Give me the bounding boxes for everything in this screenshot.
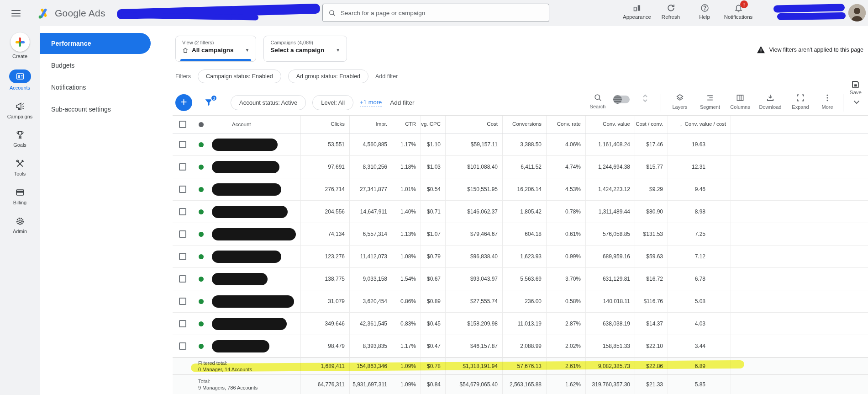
account-cell[interactable] <box>209 246 300 267</box>
account-cell[interactable] <box>209 313 300 335</box>
account-cell[interactable] <box>209 335 300 357</box>
cell-conv-rate: 4.53% <box>546 178 585 200</box>
col-ctr[interactable]: CTR <box>392 116 421 133</box>
cell-filler <box>731 201 868 223</box>
col-conv-value-per-cost[interactable]: ↓ Conv. value / cost <box>668 116 731 133</box>
filter-chip-adgroup-status[interactable]: Ad group status: Enabled <box>288 69 368 83</box>
status-dot <box>193 246 209 267</box>
rail-item-tools[interactable]: Tools <box>4 158 37 177</box>
cell-conv-rate: 0.78% <box>546 201 585 223</box>
cell-filler <box>731 223 868 245</box>
row-checkbox[interactable] <box>173 246 193 267</box>
subnav-item-notifications[interactable]: Notifications <box>40 77 151 98</box>
account-cell[interactable] <box>209 290 300 312</box>
refresh-button[interactable]: Refresh <box>654 3 688 20</box>
unfold-more-icon <box>642 93 649 103</box>
rail-item-campaigns[interactable]: Campaigns <box>4 101 37 120</box>
rail-item-create[interactable]: Create <box>4 32 37 60</box>
col-filler <box>731 116 868 133</box>
expand-button[interactable]: Expand <box>785 93 815 110</box>
add-button[interactable]: + <box>175 94 192 111</box>
grand-total-row: Total: 9 Managers, 786 Accounts 64,776,3… <box>173 374 868 394</box>
cell-conv-value: 1,244,694.38 <box>585 156 635 178</box>
cell-ctr: 1.17% <box>392 133 421 155</box>
view-selector[interactable]: View (2 filters) All campaigns ▼ <box>175 36 256 62</box>
cell-conv-rate: 4.06% <box>546 133 585 155</box>
auto-apply-toggle[interactable] <box>610 93 633 103</box>
section-nav: Performance Budgets Notifications Sub-ac… <box>40 26 151 395</box>
row-checkbox[interactable] <box>173 156 193 178</box>
more-button[interactable]: More <box>815 93 839 110</box>
row-checkbox[interactable] <box>173 335 193 357</box>
col-impr[interactable]: Impr. <box>349 116 392 133</box>
col-conv-rate[interactable]: Conv. rate <box>546 116 585 133</box>
account-cell[interactable] <box>209 201 300 223</box>
col-cost-per-conv[interactable]: Cost / conv. <box>635 116 668 133</box>
filter-chip-campaign-status[interactable]: Campaign status: Enabled <box>198 69 281 83</box>
account-cell[interactable] <box>209 178 300 200</box>
status-dot <box>193 313 209 335</box>
status-dot <box>193 268 209 290</box>
row-checkbox[interactable] <box>173 268 193 290</box>
cell-cost: $59,157.11 <box>445 133 502 155</box>
filter-funnel-button[interactable]: 3 <box>204 98 213 107</box>
more-filters-link[interactable]: +1 more <box>360 99 382 107</box>
rail-item-goals[interactable]: Goals <box>4 129 37 149</box>
table-chip-level[interactable]: Level: All <box>312 95 353 110</box>
collapse-toolbar-button[interactable] <box>852 97 862 107</box>
account-cell[interactable] <box>209 223 300 245</box>
global-search[interactable] <box>322 4 549 22</box>
account-cell[interactable] <box>209 268 300 290</box>
help-button[interactable]: Help <box>688 3 721 20</box>
col-account[interactable]: Account <box>209 116 300 133</box>
col-avg-cpc[interactable]: Avg. CPC <box>421 116 445 133</box>
table-row: 123,276 11,412,073 1.08% $0.79 $96,838.4… <box>173 246 868 268</box>
account-redaction <box>212 340 269 352</box>
add-filter-button[interactable]: Add filter <box>390 99 414 106</box>
appearance-button[interactable]: Appearance <box>620 3 654 20</box>
cell-cpc: $0.45 <box>421 313 445 335</box>
menu-icon[interactable] <box>11 10 21 16</box>
col-conversions[interactable]: Conversions <box>502 116 546 133</box>
rail-item-billing[interactable]: Billing <box>4 187 37 206</box>
row-checkbox[interactable] <box>173 223 193 245</box>
notifications-button[interactable]: ! Notifications <box>721 3 755 20</box>
layers-button[interactable]: Layers <box>665 93 695 110</box>
rail-item-admin[interactable]: Admin <box>4 216 37 235</box>
row-checkbox[interactable] <box>173 313 193 335</box>
col-clicks[interactable]: Clicks <box>300 116 349 133</box>
status-dot <box>193 290 209 312</box>
table-row: 138,775 9,033,158 1.54% $0.67 $93,043.97… <box>173 268 868 290</box>
cell-conv-rate: 1.62% <box>546 375 585 394</box>
row-checkbox[interactable] <box>173 178 193 200</box>
account-cell[interactable] <box>209 133 300 155</box>
select-all-checkbox[interactable] <box>173 116 193 133</box>
subnav-item-performance[interactable]: Performance <box>40 33 151 54</box>
col-cost[interactable]: Cost <box>445 116 502 133</box>
table-rows: 53,551 4,560,885 1.17% $1.10 $59,157.11 … <box>173 133 868 358</box>
cell-roas: 6.89 <box>668 358 731 374</box>
global-search-input[interactable] <box>341 10 543 16</box>
topbar-divider <box>771 5 771 21</box>
add-filter-link[interactable]: Add filter <box>375 73 398 80</box>
unfold-rows-button[interactable] <box>633 93 657 103</box>
cell-clicks: 74,134 <box>300 223 349 245</box>
account-cell[interactable] <box>209 156 300 178</box>
row-checkbox[interactable] <box>173 201 193 223</box>
columns-button[interactable]: Columns <box>725 93 755 110</box>
subnav-item-budgets[interactable]: Budgets <box>40 55 151 76</box>
row-checkbox[interactable] <box>173 133 193 155</box>
cell-filler <box>731 133 868 155</box>
download-button[interactable]: Download <box>755 93 785 110</box>
google-ads-logo[interactable]: Google Ads <box>37 7 105 20</box>
rail-item-accounts[interactable]: Accounts <box>4 69 37 91</box>
main-content: View (2 filters) All campaigns ▼ Campaig… <box>151 26 868 395</box>
col-conv-value[interactable]: Conv. value <box>585 116 635 133</box>
table-chip-account-status[interactable]: Account status: Active <box>231 95 306 110</box>
campaign-selector[interactable]: Campaigns (4,089) Select a campaign ▼ <box>263 36 347 62</box>
segment-button[interactable]: Segment <box>695 93 725 110</box>
row-checkbox[interactable] <box>173 290 193 312</box>
avatar[interactable] <box>848 4 866 21</box>
subnav-item-subaccount-settings[interactable]: Sub-account settings <box>40 99 151 120</box>
table-search-button[interactable]: Search <box>586 93 610 109</box>
